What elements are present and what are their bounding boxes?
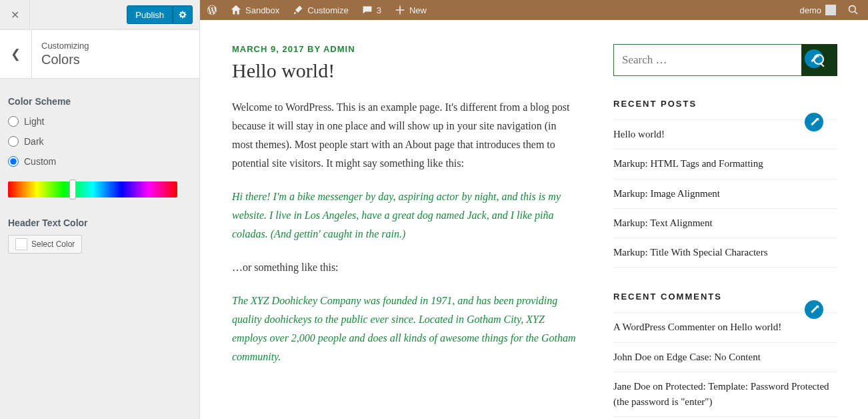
color-swatch [15,238,27,250]
chevron-left-icon: ❮ [11,47,21,61]
wp-logo-menu[interactable] [200,0,224,20]
radio-dark-label: Dark [24,136,44,147]
new-label: New [409,5,427,15]
gear-icon [178,10,187,19]
radio-light-input[interactable] [8,116,19,127]
post-date[interactable]: MARCH 9, 2017 [232,44,304,54]
recent-comments-title: RECENT COMMENTS [613,292,837,302]
post-blockquote: Hi there! I'm a bike messenger by day, a… [232,187,579,244]
search-icon [813,53,826,67]
site-content: MARCH 9, 2017 BY ADMIN Hello world! Welc… [200,20,868,419]
hue-slider-handle[interactable] [69,179,76,199]
back-button[interactable]: ❮ [0,30,32,79]
new-content-menu[interactable]: New [388,0,433,20]
customize-label: Customize [307,5,348,15]
list-item[interactable]: A WordPress Commenter on Hello world! [613,312,837,342]
radio-light-label: Light [24,116,44,127]
user-menu[interactable]: demo [793,0,839,20]
color-scheme-label: Color Scheme [8,96,191,107]
radio-light[interactable]: Light [8,116,191,127]
edit-shortcut-recent-posts[interactable] [805,113,823,131]
radio-dark-input[interactable] [8,136,19,147]
hue-slider[interactable] [8,181,177,197]
controls-area: Color Scheme Light Dark Custom Header Te… [0,79,199,262]
list-item[interactable]: Markup: Text Alignment [613,209,837,238]
radio-custom-label: Custom [24,156,56,167]
customizer-panel: ✕ Publish ❮ Customizing Colors Color Sch… [0,0,200,419]
comments-menu[interactable]: 3 [355,0,388,20]
post-body: Welcome to WordPress. This is an example… [232,98,579,366]
radio-custom[interactable]: Custom [8,156,191,167]
section-name: Colors [41,52,89,67]
header-text-color-label: Header Text Color [8,218,191,228]
list-item[interactable]: Jane Doe on Protected: Template: Passwor… [613,372,837,418]
post-title[interactable]: Hello world! [232,59,579,82]
site-name-label: Sandbox [245,5,279,15]
avatar [825,5,836,15]
customize-menu[interactable]: Customize [286,0,355,20]
post-area: MARCH 9, 2017 BY ADMIN Hello world! Welc… [232,44,579,419]
publish-settings-button[interactable] [173,5,193,24]
select-color-button[interactable]: Select Color [8,235,82,254]
pencil-icon [811,306,818,314]
brush-icon [293,5,303,15]
post-by: BY [307,44,321,54]
wordpress-icon [207,5,217,15]
edit-shortcut-recent-comments[interactable] [805,300,823,319]
close-icon: ✕ [11,9,19,21]
comment-count: 3 [377,5,381,15]
section-title-row: ❮ Customizing Colors [0,30,199,79]
radio-custom-input[interactable] [8,156,19,167]
site-name-menu[interactable]: Sandbox [224,0,286,20]
widget-sidebar: RECENT POSTS Hello world! Markup: HTML T… [613,44,837,419]
adminbar-search[interactable] [844,0,863,20]
list-item[interactable]: Markup: Title With Special Characters [613,238,837,268]
comment-icon [362,5,373,15]
home-icon [231,5,241,15]
recent-posts-widget: RECENT POSTS Hello world! Markup: HTML T… [613,99,837,268]
select-color-label: Select Color [31,240,75,249]
post-meta: MARCH 9, 2017 BY ADMIN [232,44,579,54]
post-blockquote: The XYZ Doohickey Company was founded in… [232,292,579,366]
recent-posts-title: RECENT POSTS [613,99,837,109]
post-author[interactable]: ADMIN [323,44,355,54]
post-paragraph: Welcome to WordPress. This is an example… [232,98,579,173]
customizer-header: ✕ Publish [0,0,199,30]
breadcrumb: Customizing [41,41,89,51]
recent-comments-widget: RECENT COMMENTS A WordPress Commenter on… [613,292,837,417]
post-paragraph: …or something like this: [232,258,579,277]
search-widget [613,44,837,76]
plus-icon [395,5,405,15]
list-item[interactable]: John Doe on Edge Case: No Content [613,343,837,372]
section-title: Customizing Colors [32,41,89,67]
list-item[interactable]: Markup: Image Alignment [613,179,837,209]
preview-frame: Sandbox Customize 3 New demo [200,0,868,419]
radio-dark[interactable]: Dark [8,136,191,147]
publish-group: Publish [127,5,193,24]
list-item[interactable]: Hello world! [613,119,837,149]
admin-bar: Sandbox Customize 3 New demo [200,0,868,20]
close-customizer-button[interactable]: ✕ [0,0,30,30]
user-name: demo [799,5,821,15]
recent-comments-list: A WordPress Commenter on Hello world! Jo… [613,312,837,417]
list-item[interactable]: Markup: HTML Tags and Formatting [613,149,837,179]
search-input[interactable] [613,44,801,76]
publish-button[interactable]: Publish [127,5,173,24]
recent-posts-list: Hello world! Markup: HTML Tags and Forma… [613,119,837,268]
search-icon [848,5,859,15]
pencil-icon [811,119,818,126]
